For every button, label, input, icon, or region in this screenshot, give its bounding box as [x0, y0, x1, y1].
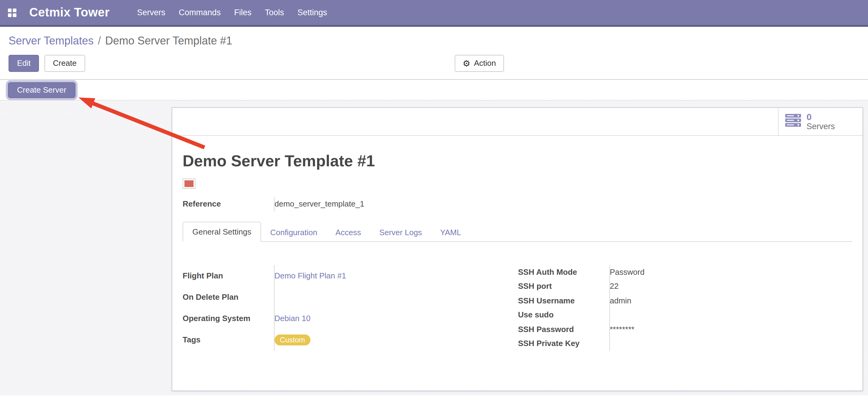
tab-general-settings[interactable]: General Settings — [183, 222, 261, 242]
breadcrumb-parent-link[interactable]: Server Templates — [8, 35, 93, 47]
field-row-flight-plan: Flight Plan Demo Flight Plan #1 — [183, 265, 518, 286]
button-strip: Create Server — [0, 80, 868, 101]
field-label-ssh-auth-mode: SSH Auth Mode — [518, 265, 610, 279]
control-buttons-row: Edit Create ⚙ Action — [0, 48, 868, 79]
field-label-tags: Tags — [183, 329, 274, 351]
form-view-background: 0 Servers Demo Server Template #1 Refere… — [0, 101, 868, 395]
field-row-operating-system: Operating System Debian 10 — [183, 308, 518, 329]
top-navbar: Cetmix Tower Servers Commands Files Tool… — [0, 0, 868, 27]
reference-field: Reference demo_server_template_1 — [183, 197, 364, 211]
field-label-operating-system: Operating System — [183, 308, 274, 329]
main-menu: Servers Commands Files Tools Settings — [130, 8, 334, 17]
notebook-tabs: General Settings Configuration Access Se… — [183, 221, 852, 242]
field-value-use-sudo — [610, 308, 852, 322]
field-row-use-sudo: Use sudo — [518, 308, 852, 322]
record-title: Demo Server Template #1 — [183, 152, 852, 170]
servers-count-label: Servers — [807, 122, 835, 132]
field-label-ssh-username: SSH Username — [518, 293, 610, 308]
field-value-ssh-auth-mode: Password — [610, 265, 852, 279]
menu-commands[interactable]: Commands — [172, 8, 227, 17]
edit-button[interactable]: Edit — [8, 55, 39, 72]
form-sheet: 0 Servers Demo Server Template #1 Refere… — [172, 107, 863, 391]
field-row-ssh-private-key: SSH Private Key — [518, 336, 852, 350]
control-panel: Server Templates/Demo Server Template #1… — [0, 27, 868, 80]
servers-stack-icon — [785, 114, 801, 129]
tab-configuration[interactable]: Configuration — [261, 223, 327, 242]
color-swatch[interactable] — [183, 178, 195, 189]
breadcrumb-current: Demo Server Template #1 — [105, 35, 232, 47]
breadcrumb: Server Templates/Demo Server Template #1 — [0, 27, 868, 48]
field-value-tags: Custom — [274, 329, 518, 351]
field-value-ssh-port: 22 — [610, 279, 852, 293]
operating-system-link[interactable]: Debian 10 — [275, 314, 311, 323]
field-group-left: Flight Plan Demo Flight Plan #1 On Delet… — [183, 265, 518, 350]
apps-grid-icon[interactable] — [8, 8, 17, 17]
field-group-right: SSH Auth Mode Password SSH port 22 SSH U… — [518, 265, 852, 350]
app-brand[interactable]: Cetmix Tower — [29, 5, 110, 20]
field-value-reference: demo_server_template_1 — [274, 197, 364, 211]
field-label-on-delete-plan: On Delete Plan — [183, 286, 274, 308]
field-label-use-sudo: Use sudo — [518, 308, 610, 322]
sheet-body: Demo Server Template #1 Reference demo_s… — [172, 152, 863, 350]
field-value-operating-system: Debian 10 — [274, 308, 518, 329]
tag-badge[interactable]: Custom — [275, 335, 311, 345]
field-row-reference: Reference demo_server_template_1 — [183, 197, 364, 211]
breadcrumb-separator: / — [98, 35, 101, 47]
field-row-on-delete-plan: On Delete Plan — [183, 286, 518, 308]
field-value-ssh-private-key — [610, 336, 852, 350]
create-button[interactable]: Create — [44, 55, 85, 72]
field-label-ssh-password: SSH Password — [518, 322, 610, 336]
menu-servers[interactable]: Servers — [130, 8, 172, 17]
button-box: 0 Servers — [172, 108, 863, 136]
field-row-ssh-auth-mode: SSH Auth Mode Password — [518, 265, 852, 279]
flight-plan-link[interactable]: Demo Flight Plan #1 — [275, 271, 346, 280]
field-row-ssh-port: SSH port 22 — [518, 279, 852, 293]
field-value-ssh-password: ******** — [610, 322, 852, 336]
menu-tools[interactable]: Tools — [258, 8, 291, 17]
tab-server-logs[interactable]: Server Logs — [370, 223, 431, 242]
action-button-label: Action — [474, 58, 496, 68]
tab-access[interactable]: Access — [326, 223, 370, 242]
create-server-button[interactable]: Create Server — [8, 82, 75, 98]
servers-stat-button[interactable]: 0 Servers — [778, 108, 863, 135]
app-window: Cetmix Tower Servers Commands Files Tool… — [0, 0, 868, 396]
action-button[interactable]: ⚙ Action — [455, 55, 504, 72]
field-value-flight-plan: Demo Flight Plan #1 — [274, 265, 518, 286]
menu-settings[interactable]: Settings — [291, 8, 334, 17]
gear-icon: ⚙ — [463, 59, 470, 67]
tab-yaml[interactable]: YAML — [431, 223, 470, 242]
field-label-reference: Reference — [183, 197, 274, 211]
field-value-ssh-username: admin — [610, 293, 852, 308]
field-groups: Flight Plan Demo Flight Plan #1 On Delet… — [183, 265, 852, 350]
field-row-ssh-password: SSH Password ******** — [518, 322, 852, 336]
stat-text: 0 Servers — [807, 112, 835, 132]
field-label-ssh-private-key: SSH Private Key — [518, 336, 610, 350]
field-row-ssh-username: SSH Username admin — [518, 293, 852, 308]
field-value-on-delete-plan — [274, 286, 518, 308]
field-row-tags: Tags Custom — [183, 329, 518, 351]
field-label-flight-plan: Flight Plan — [183, 265, 274, 286]
field-label-ssh-port: SSH port — [518, 279, 610, 293]
servers-count: 0 — [807, 112, 835, 122]
menu-files[interactable]: Files — [227, 8, 258, 17]
